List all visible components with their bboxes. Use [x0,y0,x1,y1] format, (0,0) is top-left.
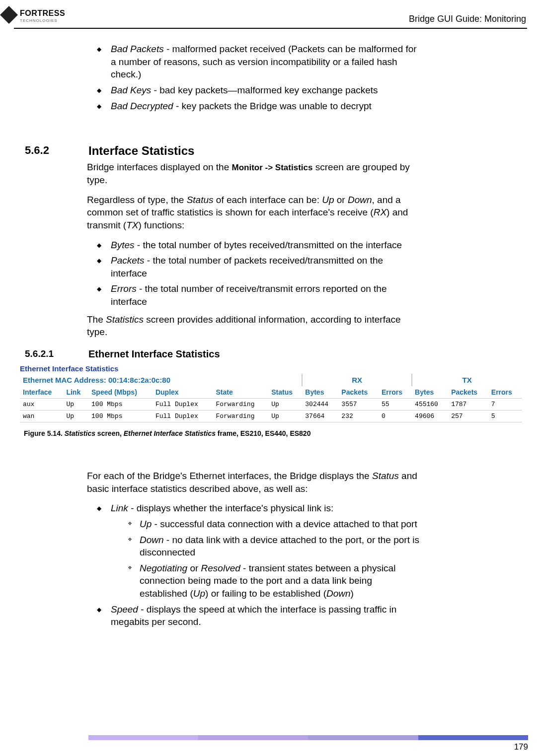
col-tx-packets: Packets [448,386,488,399]
para-562-1: Bridge interfaces displayed on the Monit… [87,161,420,187]
col-duplex: Duplex [153,386,213,399]
col-speed: Speed (Mbps) [88,386,153,399]
mac-address-label: Ethernet MAC Address: 00:14:8c:2a:0c:80 [23,376,170,384]
table-row: aux Up 100 Mbps Full Duplex Forwarding U… [20,399,522,411]
page-footer: 179 [88,735,528,744]
col-rx-packets: Packets [338,386,379,399]
bullet-bad-keys: Bad Keys - bad key packets—malformed key… [97,84,420,97]
bullet-link: Link - displays whether the interface's … [97,502,420,600]
footer-bar [88,735,528,740]
section-562-body: Bridge interfaces displayed on the Monit… [87,161,420,345]
subbullet-down: Down - no data link with a device attach… [128,534,420,559]
col-state: State [213,386,268,399]
bullet-bad-packets: Bad Packets - malformed packet received … [97,43,420,81]
section-562-heading: 5.6.2 Interface Statistics [25,144,422,158]
col-rx-errors: Errors [379,386,412,399]
bullet-packets: Packets - the total number of packets re… [97,254,420,279]
col-tx-bytes: Bytes [412,386,448,399]
subbullet-negotiating: Negotiating or Resolved - transient stat… [128,562,420,600]
section-5621-heading: 5.6.2.1 Ethernet Interface Statistics [25,348,422,360]
term: Bad Keys [111,85,151,95]
subsection-number: 5.6.2.1 [25,348,54,359]
body-top-bullets: Bad Packets - malformed packet received … [87,43,420,115]
bullet-bad-decrypted: Bad Decrypted - key packets the Bridge w… [97,100,420,113]
term: Bad Decrypted [111,101,173,111]
section-number: 5.6.2 [25,144,49,157]
logo-name: FORTRESS [20,9,65,17]
para-562-3: The Statistics screen provides additiona… [87,313,420,339]
ethernet-stats-table: Ethernet Interface Statistics Ethernet M… [20,364,522,437]
col-link: Link [63,386,88,399]
page-number: 179 [514,742,528,752]
col-status: Status [268,386,302,399]
para-562-2: Regardless of type, the Status of each i… [87,194,420,232]
table-row: wan Up 100 Mbps Full Duplex Forwarding U… [20,411,522,422]
logo-subtitle: TECHNOLOGIES [20,18,65,23]
col-interface: Interface [20,386,63,399]
col-rx-bytes: Bytes [302,386,338,399]
header-rule [14,28,527,29]
brand-logo: FORTRESS TECHNOLOGIES [0,4,77,26]
term: Bad Packets [111,44,164,54]
bullet-errors: Errors - the total number of receive/tra… [97,282,420,308]
col-tx-errors: Errors [488,386,522,399]
header-title: Bridge GUI Guide: Monitoring [409,14,526,24]
table-frame-title: Ethernet Interface Statistics [20,364,522,373]
rx-header: RX [302,374,412,386]
section-title: Interface Statistics [88,144,422,158]
figure-caption: Figure 5.14. Statistics screen, Ethernet… [24,429,522,437]
subbullet-up: Up - successful data connection with a d… [128,518,420,531]
bullet-bytes: Bytes - the total number of bytes receiv… [97,239,420,252]
bullet-speed: Speed - displays the speed at which the … [97,603,420,628]
tx-header: TX [412,374,522,386]
post-table-body: For each of the Bridge's Ethernet interf… [87,470,420,631]
subsection-title: Ethernet Interface Statistics [88,348,422,360]
desc: - key packets the Bridge was unable to d… [173,101,372,111]
desc: - bad key packets—malformed key exchange… [151,85,378,95]
para-post-1: For each of the Bridge's Ethernet interf… [87,470,420,495]
logo-icon [0,6,18,24]
